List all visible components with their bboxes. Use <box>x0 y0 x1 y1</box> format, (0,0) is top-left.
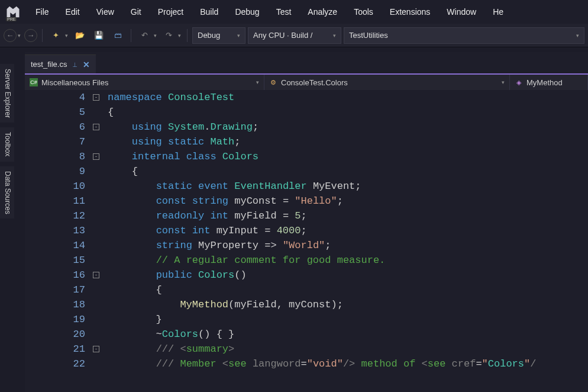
menu-file[interactable]: File <box>27 1 57 23</box>
code-line[interactable]: const string myConst = "Hello"; <box>108 194 588 208</box>
line-number: 9 <box>25 164 103 179</box>
config-selector[interactable]: Debug▾ <box>192 27 245 44</box>
tab-bar: test_file.cs ⟂ ✕ <box>25 52 588 73</box>
file-tab[interactable]: test_file.cs ⟂ ✕ <box>25 54 96 73</box>
menu-build[interactable]: Build <box>192 1 227 23</box>
line-number: 4- <box>25 90 103 105</box>
code-line[interactable]: MyMethod(myField, myConst); <box>108 297 588 312</box>
fold-toggle[interactable]: - <box>93 272 99 278</box>
side-tabs: Server ExplorerToolboxData Sources <box>0 52 14 219</box>
menu-debug[interactable]: Debug <box>227 1 267 23</box>
editor-area: test_file.cs ⟂ ✕ C# Miscellaneous Files … <box>25 52 588 392</box>
line-number: 21- <box>25 342 103 356</box>
line-number: 18 <box>25 297 103 312</box>
redo-dropdown[interactable]: ▾ <box>177 33 182 38</box>
nav-member-label: MyMethod <box>526 78 563 87</box>
menu-extensions[interactable]: Extensions <box>382 1 438 23</box>
new-item-dropdown[interactable]: ▾ <box>64 33 69 38</box>
menu-project[interactable]: Project <box>150 1 192 23</box>
menu-edit[interactable]: Edit <box>57 1 88 23</box>
code-line[interactable]: using System.Drawing; <box>108 120 588 134</box>
line-number: 15 <box>25 253 103 268</box>
save-all-button[interactable]: 🗃 <box>109 27 126 44</box>
code-line[interactable]: { <box>108 105 588 120</box>
line-gutter: 4-56-78-910111213141516-1718192021-22 <box>25 90 108 392</box>
line-number: 22 <box>25 356 103 371</box>
method-icon: ◈ <box>515 78 523 86</box>
code-line[interactable]: { <box>108 164 588 179</box>
platform-selector[interactable]: Any CPU · Build /▾ <box>248 27 341 44</box>
redo-button[interactable]: ↷ <box>160 27 177 44</box>
nav-member[interactable]: ◈ MyMethod <box>510 75 588 90</box>
code-line[interactable]: ~Colors() { } <box>108 327 588 342</box>
nav-scope[interactable]: C# Miscellaneous Files ▾ <box>25 75 264 90</box>
sidetab-data-sources[interactable]: Data Sources <box>0 166 14 219</box>
code-line[interactable]: public Colors() <box>108 268 588 282</box>
sidetab-server-explorer[interactable]: Server Explorer <box>0 64 14 123</box>
code-lines[interactable]: namespace ConsoleTest{ using System.Draw… <box>108 90 588 392</box>
code-line[interactable]: } <box>108 312 588 327</box>
code-line[interactable]: string MyProperty => "World"; <box>108 238 588 253</box>
new-item-button[interactable]: ✦ <box>47 27 64 44</box>
line-number: 12 <box>25 208 103 223</box>
code-nav-bar: C# Miscellaneous Files ▾ ⚙ ConsoleTest.C… <box>25 73 588 90</box>
platform-value: Any CPU · Build / <box>253 31 312 40</box>
startup-value: TestUtilities <box>349 31 388 40</box>
close-icon[interactable]: ✕ <box>83 60 90 69</box>
undo-dropdown[interactable]: ▾ <box>153 33 158 38</box>
line-number: 10 <box>25 179 103 194</box>
menu-he[interactable]: He <box>484 1 512 23</box>
nav-scope-label: Miscellaneous Files <box>41 78 108 87</box>
nav-class[interactable]: ⚙ ConsoleTest.Colors ▾ <box>264 75 510 90</box>
menu-git[interactable]: Git <box>122 1 150 23</box>
fold-toggle[interactable]: - <box>93 94 99 101</box>
menu-tools[interactable]: Tools <box>345 1 382 23</box>
open-file-button[interactable]: 📂 <box>72 27 88 44</box>
nav-back-button[interactable]: ← <box>4 29 17 42</box>
line-number: 8- <box>25 149 103 164</box>
fold-toggle[interactable]: - <box>93 124 99 130</box>
line-number: 20 <box>25 327 103 342</box>
code-line[interactable]: /// Member <see langword="void"/> method… <box>108 356 588 371</box>
line-number: 14 <box>25 238 103 253</box>
sidetab-toolbox[interactable]: Toolbox <box>0 127 14 161</box>
file-tab-name: test_file.cs <box>31 60 67 69</box>
line-number: 6- <box>25 120 103 134</box>
undo-button[interactable]: ↶ <box>136 27 153 44</box>
code-line[interactable]: readonly int myField = 5; <box>108 208 588 223</box>
pre-badge: PRE <box>6 17 17 21</box>
toolbar: ← ▾ → ✦ ▾ 📂 💾 🗃 ↶ ▾ ↷ ▾ Debug▾ Any CPU ·… <box>0 24 588 47</box>
fold-toggle[interactable]: - <box>93 153 99 160</box>
menu-analyze[interactable]: Analyze <box>299 1 345 23</box>
code-line[interactable]: static event EventHandler MyEvent; <box>108 179 588 194</box>
menu-window[interactable]: Window <box>438 1 484 23</box>
code-line[interactable]: // A regular comment for good measure. <box>108 253 588 268</box>
line-number: 7 <box>25 134 103 149</box>
nav-back-dropdown[interactable]: ▾ <box>17 33 22 38</box>
line-number: 11 <box>25 194 103 208</box>
code-line[interactable]: namespace ConsoleTest <box>108 90 588 105</box>
code-line[interactable]: using static Math; <box>108 134 588 149</box>
line-number: 16- <box>25 268 103 282</box>
fold-toggle[interactable]: - <box>93 346 99 352</box>
line-number: 19 <box>25 312 103 327</box>
config-value: Debug <box>198 31 220 40</box>
line-number: 5 <box>25 105 103 120</box>
save-button[interactable]: 💾 <box>91 27 107 44</box>
line-number: 17 <box>25 282 103 297</box>
code-line[interactable]: const int myInput = 4000; <box>108 223 588 238</box>
code-line[interactable]: /// <summary> <box>108 342 588 356</box>
menu-test[interactable]: Test <box>268 1 300 23</box>
code-line[interactable]: internal class Colors <box>108 149 588 164</box>
pin-icon[interactable]: ⟂ <box>73 60 77 69</box>
class-icon: ⚙ <box>269 78 277 86</box>
menu-items: FileEditViewGitProjectBuildDebugTestAnal… <box>27 1 512 23</box>
app-logo: PRE <box>5 4 21 20</box>
startup-selector[interactable]: TestUtilities▾ <box>344 27 584 44</box>
code-editor[interactable]: 4-56-78-910111213141516-1718192021-22 na… <box>25 90 588 392</box>
code-line[interactable]: { <box>108 282 588 297</box>
nav-class-label: ConsoleTest.Colors <box>281 78 348 87</box>
menu-bar: PRE FileEditViewGitProjectBuildDebugTest… <box>0 0 588 24</box>
nav-forward-button[interactable]: → <box>24 29 37 42</box>
menu-view[interactable]: View <box>88 1 122 23</box>
